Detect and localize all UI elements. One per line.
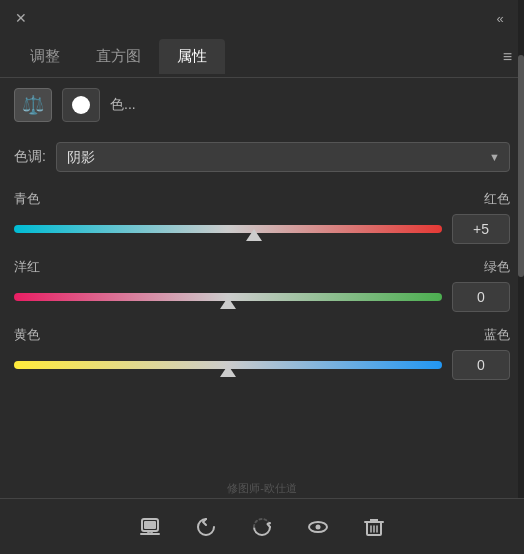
menu-icon[interactable]: ≡ [503,48,512,66]
circle-tool-button[interactable] [62,88,100,122]
cyan-red-slider-container[interactable] [14,214,442,244]
tabs-bar: 调整 直方图 属性 ≡ [0,36,524,78]
tone-label: 色调: [14,148,46,166]
circle-icon [72,96,90,114]
toolbar-row: ⚖️ 色... [0,78,524,132]
eye-button[interactable] [300,509,336,545]
eye-icon [306,515,330,539]
blue-label: 蓝色 [484,326,510,344]
magenta-label: 洋红 [14,258,40,276]
balance-icon: ⚖️ [22,94,44,116]
magenta-green-track [14,293,442,301]
cyan-red-slider-row [14,214,510,244]
trash-button[interactable] [356,509,392,545]
magenta-green-slider-container[interactable] [14,282,442,312]
svg-point-4 [316,524,321,529]
yellow-blue-value-input[interactable] [452,350,510,380]
scrollbar[interactable] [518,0,524,554]
trash-icon [362,515,386,539]
cyan-red-track [14,225,442,233]
stamp-button[interactable] [132,509,168,545]
yellow-blue-thumb[interactable] [220,365,236,377]
color-label: 色... [110,96,136,114]
stamp-icon [138,515,162,539]
magenta-green-slider-section: 洋红 绿色 [14,258,510,312]
tab-histogram[interactable]: 直方图 [78,39,159,74]
cyan-label: 青色 [14,190,40,208]
cyan-red-thumb[interactable] [246,229,262,241]
yellow-blue-slider-header: 黄色 蓝色 [14,326,510,344]
magenta-green-thumb[interactable] [220,297,236,309]
main-content: 色调: 高光 中间调 阴影 全图 青色 红色 [0,132,524,404]
history-back-button[interactable] [188,509,224,545]
title-bar: ✕ « [0,0,524,36]
tone-select[interactable]: 高光 中间调 阴影 全图 [56,142,510,172]
bottom-toolbar [0,498,524,554]
magenta-green-slider-row [14,282,510,312]
green-label: 绿色 [484,258,510,276]
tab-properties[interactable]: 属性 [159,39,225,74]
history-back-icon [194,515,218,539]
svg-rect-1 [144,521,156,529]
balance-tool-button[interactable]: ⚖️ [14,88,52,122]
watermark: 修图师-欧仕道 [227,481,297,496]
magenta-green-slider-header: 洋红 绿色 [14,258,510,276]
yellow-blue-slider-section: 黄色 蓝色 [14,326,510,380]
tone-row: 色调: 高光 中间调 阴影 全图 [14,142,510,172]
tab-adjust[interactable]: 调整 [12,39,78,74]
yellow-blue-track [14,361,442,369]
scrollbar-thumb[interactable] [518,55,524,277]
yellow-blue-slider-row [14,350,510,380]
red-label: 红色 [484,190,510,208]
magenta-green-value-input[interactable] [452,282,510,312]
cyan-red-value-input[interactable] [452,214,510,244]
close-icon[interactable]: ✕ [12,9,30,27]
cyan-red-slider-section: 青色 红色 [14,190,510,244]
yellow-label: 黄色 [14,326,40,344]
reset-icon [250,515,274,539]
yellow-blue-slider-container[interactable] [14,350,442,380]
reset-button[interactable] [244,509,280,545]
collapse-icon[interactable]: « [488,9,512,27]
tone-select-wrapper: 高光 中间调 阴影 全图 [56,142,510,172]
cyan-red-slider-header: 青色 红色 [14,190,510,208]
